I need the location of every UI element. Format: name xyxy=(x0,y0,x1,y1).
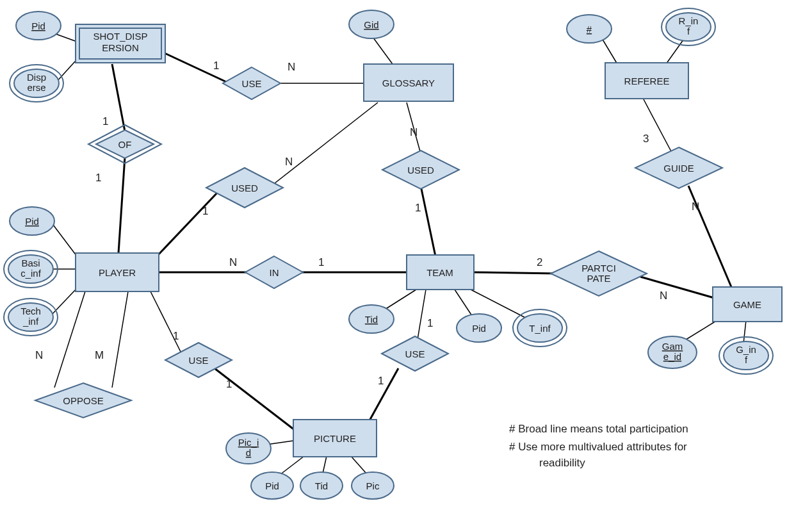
card: 2 xyxy=(537,256,542,268)
svg-line-21 xyxy=(56,61,76,82)
card: 1 xyxy=(415,202,421,214)
attr-tm-pid: Pid xyxy=(457,314,501,342)
entity-label: ERSION xyxy=(102,42,139,53)
svg-line-7 xyxy=(421,186,435,256)
attr-sd-pid: Pid xyxy=(16,12,61,40)
card: 1 xyxy=(318,256,324,268)
rel-label: OF xyxy=(118,139,132,150)
svg-line-25 xyxy=(51,222,77,256)
attr-pic-pic: Pic xyxy=(352,472,394,499)
note-line: readibility xyxy=(539,457,585,469)
card: N xyxy=(285,156,293,168)
rel-of: OF xyxy=(88,125,161,163)
rel-label: USED xyxy=(231,183,258,193)
card: 1 xyxy=(213,60,219,72)
er-diagram: SHOT_DISP ERSION GLOSSARY REFEREE PLAYER… xyxy=(0,0,812,508)
card: N xyxy=(288,61,295,73)
attr-pl-pid: Pid xyxy=(10,207,54,235)
attr-label: T_inf xyxy=(529,323,551,334)
rel-participate: PARTCI PATE xyxy=(551,251,647,296)
attr-pic-tid: Tid xyxy=(300,472,343,499)
card: N xyxy=(660,290,667,302)
svg-line-20 xyxy=(56,34,77,42)
attr-label: Pic_i xyxy=(238,437,259,448)
card: 3 xyxy=(643,133,649,145)
attr-label: Disp xyxy=(27,72,46,83)
attr-label: Pid xyxy=(25,216,39,227)
entity-team: TEAM xyxy=(407,255,474,290)
rel-label: USED xyxy=(407,165,434,176)
attr-tm-tid: Tid xyxy=(349,305,394,333)
card: N xyxy=(692,201,699,213)
rel-in: IN xyxy=(245,256,303,288)
attr-label: _inf xyxy=(22,316,39,327)
rel-oppose: OPPOSE xyxy=(35,383,131,418)
attr-label: # xyxy=(587,24,592,35)
svg-line-4 xyxy=(157,192,218,256)
svg-line-11 xyxy=(640,277,714,298)
rel-label: USE xyxy=(405,348,425,359)
attr-label: Tid xyxy=(365,314,378,325)
attr-label: Tid xyxy=(315,480,328,491)
entity-label: REFEREE xyxy=(624,76,670,86)
attr-ref-num: # xyxy=(567,15,612,43)
attr-label: Tech xyxy=(20,306,41,316)
card: 1 xyxy=(226,378,232,390)
attr-pic-pid: Pid xyxy=(251,472,293,499)
card: N xyxy=(229,256,237,268)
rel-label: USE xyxy=(242,78,262,89)
rel-label: PATE xyxy=(587,273,611,284)
entity-label: GLOSSARY xyxy=(382,78,435,88)
attr-tm-inf: T_inf xyxy=(513,309,567,347)
svg-line-12 xyxy=(644,99,672,154)
attr-gl-gid: Gid xyxy=(349,10,394,38)
svg-line-23 xyxy=(602,38,617,64)
card: 1 xyxy=(378,375,384,387)
attr-label: Pic xyxy=(366,480,380,491)
card: 1 xyxy=(427,317,433,329)
attr-pic-id: Pic_i d xyxy=(226,433,271,464)
rel-label: OPPOSE xyxy=(63,395,103,406)
card: 1 xyxy=(173,330,179,342)
card: 1 xyxy=(102,115,108,127)
entity-label: GAME xyxy=(733,299,761,310)
svg-line-5 xyxy=(269,102,378,188)
rel-guide: GUIDE xyxy=(635,147,722,188)
attr-gm-inf: G_in f xyxy=(719,337,773,374)
attr-label: c_inf xyxy=(20,268,42,279)
svg-line-2 xyxy=(112,64,125,131)
rel-label: GUIDE xyxy=(663,163,694,174)
card: M xyxy=(95,349,104,361)
entity-label: PLAYER xyxy=(99,267,136,278)
note-line: # Use more multivalued attributes for xyxy=(509,441,687,453)
entity-game: GAME xyxy=(713,287,782,322)
attr-label: d xyxy=(246,447,251,458)
svg-line-14 xyxy=(54,291,85,388)
entity-label: TEAM xyxy=(426,267,453,278)
svg-line-22 xyxy=(371,35,393,64)
svg-line-24 xyxy=(666,37,685,64)
attr-sd-disperse: Disp erse xyxy=(10,65,63,102)
rel-used-pl-gl: USED xyxy=(206,168,283,208)
attr-label: Pid xyxy=(265,480,279,491)
card: N xyxy=(35,349,43,361)
svg-line-18 xyxy=(418,290,426,340)
attr-label: e_id xyxy=(663,351,681,362)
attr-pl-basic: Basi c_inf xyxy=(4,250,58,288)
attr-label: G_in xyxy=(736,344,756,355)
rel-used-tm-gl: USED xyxy=(382,151,459,189)
attr-label: Gid xyxy=(364,19,378,30)
attr-label: Basi xyxy=(21,258,40,268)
rel-use-pl-pic: USE xyxy=(165,343,232,377)
entity-shot-dispersion: SHOT_DISP ERSION xyxy=(76,24,165,63)
rel-use-sd-gl: USE xyxy=(223,67,280,99)
svg-line-3 xyxy=(118,157,125,253)
svg-line-16 xyxy=(150,291,183,356)
attr-label: Gam xyxy=(662,341,683,352)
attr-pl-tech: Tech _inf xyxy=(4,299,58,336)
svg-line-15 xyxy=(112,291,128,388)
entity-label: PICTURE xyxy=(314,433,356,444)
svg-line-10 xyxy=(474,272,557,274)
attr-label: erse xyxy=(27,82,45,93)
rel-label: PARTCI xyxy=(581,263,616,274)
